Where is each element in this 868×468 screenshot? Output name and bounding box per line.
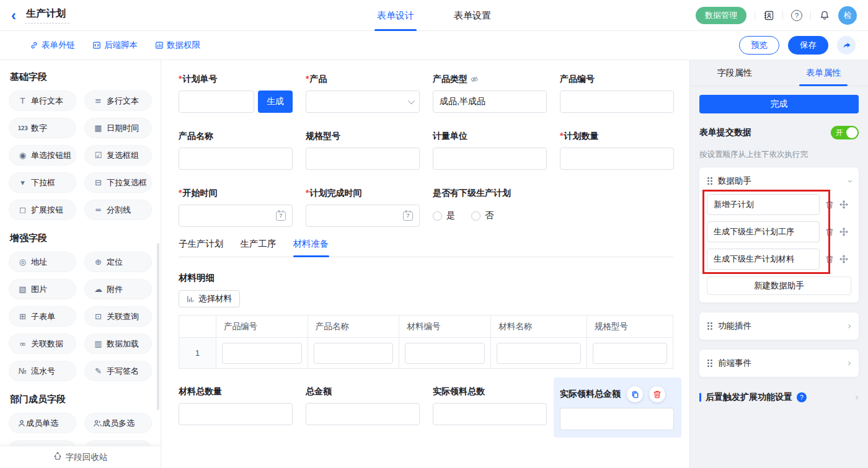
drag-handle-icon[interactable] [707, 177, 713, 185]
product-name-input[interactable] [179, 148, 293, 170]
preview-button[interactable]: 预览 [739, 36, 779, 55]
copy-field-button[interactable] [627, 386, 643, 402]
actual-amount-input[interactable] [560, 408, 674, 430]
delete-field-button[interactable] [649, 386, 665, 402]
field-plan-qty[interactable]: *计划数量 [560, 131, 674, 170]
tab-form-properties[interactable]: 表单属性 [779, 60, 868, 86]
contacts-icon[interactable] [763, 10, 774, 21]
plan-qty-input[interactable] [560, 148, 674, 170]
notification-bell-icon[interactable] [819, 10, 830, 21]
total-qty-input[interactable] [179, 403, 293, 425]
delete-assistant-button[interactable] [825, 255, 834, 263]
table-cell-input[interactable] [405, 343, 485, 364]
submit-toggle[interactable]: 开 [831, 126, 859, 139]
field-finish-time[interactable]: *计划完成时间 7 [306, 188, 420, 227]
field-type-pill-location[interactable]: ⊕定位 [84, 252, 152, 272]
radio-yes[interactable]: 是 [433, 210, 455, 221]
start-time-input[interactable]: 7 [179, 205, 293, 227]
tab-field-properties[interactable]: 字段属性 [690, 60, 779, 86]
field-type-pill-person[interactable]: 成员单选 [9, 413, 76, 433]
field-actual-qty[interactable]: 实际领料总数 [433, 386, 547, 438]
field-type-pill-persons[interactable]: 成员多选 [84, 413, 152, 433]
field-type-pill-data-load[interactable]: ▥数据加载 [84, 333, 152, 354]
assistant-item-name[interactable]: 生成下级生产计划材料 [707, 249, 820, 270]
total-amount-input[interactable] [306, 403, 420, 425]
chevron-down-icon[interactable]: › [845, 179, 854, 183]
field-type-pill-divider[interactable]: ═分割线 [84, 200, 152, 220]
drag-handle-icon[interactable] [707, 322, 713, 330]
help-icon[interactable]: ? [791, 10, 802, 21]
table-cell-input[interactable] [314, 343, 394, 364]
tab-production-process[interactable]: 生产工序 [241, 238, 277, 257]
move-assistant-handle[interactable] [839, 227, 848, 236]
field-type-pill-signature[interactable]: ✎手写签名 [84, 361, 152, 381]
field-type-pill-image[interactable]: ▧图片 [9, 279, 76, 299]
field-type-pill-attachment[interactable]: ☁附件 [84, 279, 152, 299]
field-total-qty[interactable]: 材料总数量 [179, 386, 293, 438]
field-product-type[interactable]: 产品类型 成品,半成品 [433, 74, 547, 113]
move-assistant-handle[interactable] [839, 200, 848, 209]
product-select[interactable] [306, 91, 420, 113]
field-type-pill-address[interactable]: ◎地址 [9, 252, 76, 272]
delete-assistant-button[interactable] [825, 200, 834, 209]
product-code-input[interactable] [560, 91, 674, 113]
field-recycle-bin[interactable]: 字段回收站 [0, 446, 161, 468]
tab-sub-production-plan[interactable]: 子生产计划 [179, 238, 224, 257]
tab-form-settings[interactable]: 表单设置 [454, 0, 491, 31]
table-cell-input[interactable] [593, 343, 667, 364]
new-data-assistant-button[interactable]: 新建数据助手 [707, 276, 851, 295]
field-type-pill-lookup[interactable]: ⊡关联查询 [84, 306, 152, 327]
table-cell-input[interactable] [497, 343, 581, 364]
unit-input[interactable] [433, 148, 547, 170]
field-type-pill-serial[interactable]: №流水号 [9, 361, 76, 381]
data-manage-button[interactable]: 数据管理 [696, 7, 746, 24]
plan-no-input[interactable] [179, 91, 254, 113]
toolbar-link-permission[interactable]: 数据权限 [155, 40, 200, 51]
field-total-amount[interactable]: 总金额 [306, 386, 420, 438]
field-type-pill-select[interactable]: ▾下拉框 [9, 172, 76, 193]
post-trigger-settings[interactable]: 后置触发扩展功能设置 ? › [699, 392, 859, 403]
generate-button[interactable]: 生成 [258, 91, 293, 113]
field-type-pill-multi-text[interactable]: ≡多行文本 [84, 91, 152, 111]
field-unit[interactable]: 计量单位 [433, 131, 547, 170]
save-button[interactable]: 保存 [788, 36, 828, 55]
toolbar-link-link[interactable]: 表单外链 [30, 40, 75, 51]
tab-form-design[interactable]: 表单设计 [377, 0, 414, 31]
field-type-pill-datetime[interactable]: ▦日期时间 [84, 118, 152, 138]
field-type-pill-link-data[interactable]: ∞关联数据 [9, 333, 76, 354]
field-type-pill-subform[interactable]: ⊞子表单 [9, 306, 76, 327]
assistant-item-name[interactable]: 生成下级生产计划工序 [707, 221, 820, 242]
field-start-time[interactable]: *开始时间 7 [179, 188, 293, 227]
finish-time-input[interactable]: 7 [306, 205, 420, 227]
sidebar-scrollbar[interactable] [157, 243, 159, 410]
field-product-name[interactable]: 产品名称 [179, 131, 293, 170]
delete-assistant-button[interactable] [825, 227, 834, 236]
field-type-pill-button[interactable]: ◻扩展按钮 [9, 200, 76, 220]
field-type-pill-radio-group[interactable]: ◉单选按钮组 [9, 145, 76, 166]
field-plan-no[interactable]: *计划单号 生成 [179, 74, 293, 113]
back-icon[interactable]: ‹ [11, 8, 16, 23]
drag-handle-icon[interactable] [707, 359, 713, 368]
spec-input[interactable] [306, 148, 420, 170]
product-type-input[interactable]: 成品,半成品 [433, 91, 547, 113]
field-product[interactable]: *产品 [306, 74, 420, 113]
actual-qty-input[interactable] [433, 403, 547, 425]
select-material-button[interactable]: 选择材料 [179, 290, 240, 307]
radio-no[interactable]: 否 [471, 210, 494, 221]
help-icon[interactable]: ? [797, 392, 807, 402]
frontend-event-card[interactable]: 前端事件 › [699, 350, 859, 377]
field-type-pill-number[interactable]: 123数字 [9, 118, 76, 138]
user-avatar[interactable]: 检 [838, 6, 857, 25]
share-button[interactable] [837, 36, 856, 55]
done-button[interactable]: 完成 [699, 95, 859, 113]
table-cell-input[interactable] [222, 343, 302, 364]
move-assistant-handle[interactable] [839, 255, 848, 263]
assistant-item-name[interactable]: 新增子计划 [707, 194, 820, 215]
field-has-sub-plan[interactable]: 是否有下级生产计划 是 否 [433, 188, 547, 227]
tab-material-preparation[interactable]: 材料准备 [293, 238, 329, 257]
field-product-code[interactable]: 产品编号 [560, 74, 674, 113]
field-type-pill-single-text[interactable]: T单行文本 [9, 91, 76, 111]
plugin-card[interactable]: 功能插件 › [699, 312, 859, 340]
field-type-pill-multiselect[interactable]: ⊟下拉复选框 [84, 172, 152, 193]
field-spec[interactable]: 规格型号 [306, 131, 420, 170]
